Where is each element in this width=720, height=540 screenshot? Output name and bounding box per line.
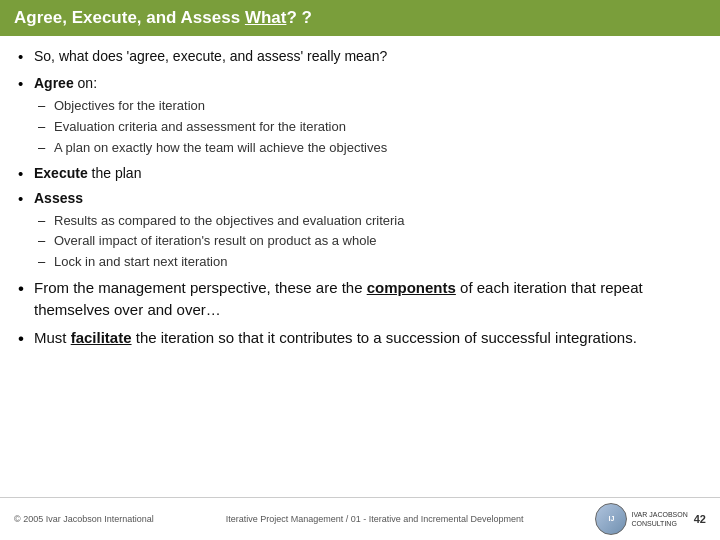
header-text-before: Agree, Execute, and Assess <box>14 8 245 27</box>
footer-left: © 2005 Ivar Jacobson International <box>14 514 154 524</box>
sub-list-4: – Results as compared to the objectives … <box>38 212 702 273</box>
bullet-item-5: • From the management perspective, these… <box>18 277 702 321</box>
bullet-text-3: Execute the plan <box>34 163 141 183</box>
sub-dash-2-3: – <box>38 139 54 158</box>
bullet-item-6: • Must facilitate the iteration so that … <box>18 327 702 351</box>
footer-center: Iterative Project Management / 01 - Iter… <box>226 514 524 524</box>
sub-dash-4-2: – <box>38 232 54 251</box>
bullet-item-2: • Agree on: <box>18 73 702 94</box>
footer: © 2005 Ivar Jacobson International Itera… <box>0 497 720 540</box>
sub-list-2: – Objectives for the iteration – Evaluat… <box>38 97 702 158</box>
bullet-dot-3: • <box>18 163 34 184</box>
content-area: • So, what does 'agree, execute, and ass… <box>0 36 720 364</box>
sub-text-4-3: Lock in and start next iteration <box>54 253 227 272</box>
bullet-dot-5: • <box>18 277 34 301</box>
sub-text-4-2: Overall impact of iteration's result on … <box>54 232 377 251</box>
sub-item-4-3: – Lock in and start next iteration <box>38 253 702 272</box>
sub-item-2-3: – A plan on exactly how the team will ac… <box>38 139 702 158</box>
bullet-text-6: Must facilitate the iteration so that it… <box>34 327 637 349</box>
sub-item-4-2: – Overall impact of iteration's result o… <box>38 232 702 251</box>
sub-item-2-1: – Objectives for the iteration <box>38 97 702 116</box>
header: Agree, Execute, and Assess What? ? <box>0 0 720 36</box>
sub-text-2-2: Evaluation criteria and assessment for t… <box>54 118 346 137</box>
sub-dash-4-3: – <box>38 253 54 272</box>
sub-text-2-3: A plan on exactly how the team will achi… <box>54 139 387 158</box>
sub-dash-2-2: – <box>38 118 54 137</box>
bullet-item-1: • So, what does 'agree, execute, and ass… <box>18 46 702 67</box>
sub-text-4-1: Results as compared to the objectives an… <box>54 212 404 231</box>
sub-dash-4-1: – <box>38 212 54 231</box>
bullet-text-2: Agree on: <box>34 73 97 93</box>
footer-right: IJ IVAR JACOBSON CONSULTING 42 <box>595 503 706 535</box>
sub-dash-2-1: – <box>38 97 54 116</box>
bullet-text-1: So, what does 'agree, execute, and asses… <box>34 46 387 66</box>
ivar-jacobson-logo: IJ IVAR JACOBSON CONSULTING <box>595 503 687 535</box>
bullet-item-4: • Assess <box>18 188 702 209</box>
bullet-text-4: Assess <box>34 188 83 208</box>
bullet-text-5: From the management perspective, these a… <box>34 277 702 321</box>
bullet-dot-4: • <box>18 188 34 209</box>
bullet-item-3: • Execute the plan <box>18 163 702 184</box>
header-underline: What <box>245 8 287 27</box>
logo-icon: IJ <box>595 503 627 535</box>
bullet-dot-6: • <box>18 327 34 351</box>
bullet-dot-1: • <box>18 46 34 67</box>
sub-text-2-1: Objectives for the iteration <box>54 97 205 116</box>
logo-text: IVAR JACOBSON CONSULTING <box>631 510 687 528</box>
page-number: 42 <box>694 513 706 525</box>
header-text-after: ? ? <box>286 8 312 27</box>
sub-item-2-2: – Evaluation criteria and assessment for… <box>38 118 702 137</box>
sub-item-4-1: – Results as compared to the objectives … <box>38 212 702 231</box>
bullet-dot-2: • <box>18 73 34 94</box>
